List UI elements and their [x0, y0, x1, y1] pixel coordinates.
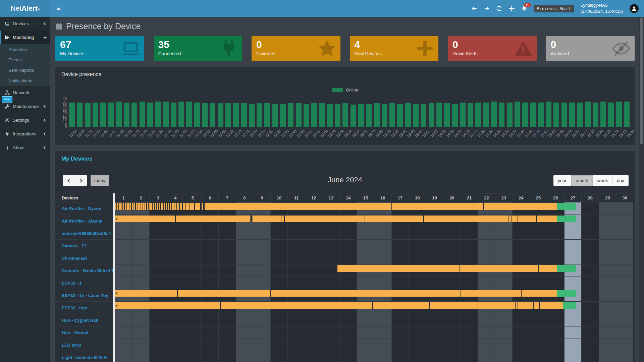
- chart-bar[interactable]: [241, 103, 247, 127]
- chart-bar[interactable]: [178, 102, 184, 127]
- forward-arrow-icon[interactable]: [484, 6, 490, 11]
- sidebar-item-settings[interactable]: Settings: [0, 113, 50, 127]
- chart-bar[interactable]: [163, 102, 169, 127]
- chart-bar[interactable]: [69, 103, 75, 127]
- chart-bar[interactable]: [257, 103, 262, 127]
- card-down-alerts[interactable]: 0Down Alerts: [448, 36, 537, 61]
- device-link-air-purifier-xiaomi[interactable]: Air Purifier - Xiaomi: [55, 215, 115, 227]
- chart-bar[interactable]: [155, 102, 161, 127]
- chart-bar[interactable]: [131, 103, 137, 127]
- chart-bar[interactable]: [218, 103, 223, 127]
- chart-bar[interactable]: [327, 104, 333, 127]
- sidebar-subitem-sent-reports[interactable]: Sent Reports: [0, 65, 50, 75]
- presence-segment-recent[interactable]: [557, 265, 576, 272]
- chart-bar[interactable]: [468, 103, 473, 127]
- chart-bar[interactable]: [397, 104, 403, 127]
- card-connected[interactable]: 35Connected: [154, 36, 243, 61]
- presence-segment-recent[interactable]: [557, 216, 576, 222]
- device-link-hub-cygnet-hub[interactable]: Hub - Cygnet Hub: [55, 314, 115, 326]
- chart-bar[interactable]: [561, 103, 567, 127]
- device-link-chromecast[interactable]: Chromecast: [55, 252, 115, 264]
- chart-bar[interactable]: [186, 102, 192, 127]
- chart-bar[interactable]: [608, 103, 614, 127]
- chart-bar[interactable]: [499, 103, 504, 127]
- chart-bar[interactable]: [311, 103, 317, 127]
- chart-bar[interactable]: [483, 103, 489, 127]
- chart-bar[interactable]: [140, 102, 145, 127]
- chart-bar[interactable]: [553, 103, 559, 127]
- device-link-esp32-1n-laser-toy[interactable]: ESP32 - 1n - Laser Toy: [55, 289, 115, 301]
- chart-bar[interactable]: [249, 104, 255, 127]
- device-link-hub-xiaomi[interactable]: Hub - Xiaomi: [55, 326, 115, 339]
- chart-bar[interactable]: [100, 103, 106, 127]
- device-link-air-purifier-dyson[interactable]: Air Purifier - Dyson: [55, 202, 115, 215]
- chart-bar[interactable]: [444, 103, 450, 127]
- chart-bar[interactable]: [585, 102, 591, 127]
- chart-bar[interactable]: [342, 103, 348, 127]
- chart-bar[interactable]: [389, 103, 395, 127]
- chart-bar[interactable]: [436, 103, 442, 127]
- presence-segment-recent[interactable]: [557, 203, 576, 210]
- sidebar-item-maintenance[interactable]: MaintenanceNEW: [0, 100, 50, 113]
- chart-bar[interactable]: [593, 103, 598, 127]
- chart-bar[interactable]: [85, 103, 91, 127]
- chart-bar[interactable]: [522, 103, 528, 127]
- sidebar-item-monitoring[interactable]: Monitoring: [0, 31, 50, 44]
- chart-bar[interactable]: [210, 103, 215, 127]
- brand-logo[interactable]: NetAlertx: [0, 0, 50, 17]
- sidebar-subitem-notifications[interactable]: Notifications: [0, 75, 50, 86]
- chart-bar[interactable]: [460, 103, 466, 127]
- sidebar-item-about[interactable]: About: [0, 141, 50, 155]
- chart-bar[interactable]: [108, 103, 114, 127]
- presence-segment-online[interactable]: [115, 203, 557, 210]
- sidebar-subitem-events[interactable]: Events: [0, 55, 50, 65]
- chart-bar[interactable]: [116, 102, 122, 127]
- presence-segment-online[interactable]: [337, 265, 557, 272]
- device-link-light-bedside-b-wifi[interactable]: Light - bedside B WiFi: [55, 351, 115, 362]
- device-link-esp32-1[interactable]: ESP32 - 1: [55, 277, 115, 289]
- chart-bar[interactable]: [272, 104, 278, 127]
- chart-bar[interactable]: [280, 104, 286, 127]
- chart-legend[interactable]: Online: [55, 87, 635, 94]
- chart-bar[interactable]: [515, 102, 520, 127]
- device-link-led-strip[interactable]: LED strip: [55, 339, 115, 351]
- view-month-button[interactable]: month: [571, 175, 593, 186]
- sidebar-toggle-icon[interactable]: ≡: [56, 5, 61, 12]
- chart-bar[interactable]: [77, 103, 83, 127]
- view-day-button[interactable]: day: [612, 175, 629, 186]
- chart-bar[interactable]: [624, 102, 630, 127]
- sidebar-item-devices[interactable]: Devices: [0, 17, 50, 31]
- chart-bar[interactable]: [351, 105, 356, 127]
- chart-bar[interactable]: [600, 102, 606, 127]
- chart-bar[interactable]: [366, 104, 372, 127]
- chart-bar[interactable]: [405, 103, 411, 127]
- presence-segment-online[interactable]: [115, 216, 557, 222]
- presence-segment-recent[interactable]: [563, 302, 576, 309]
- chart-bar[interactable]: [335, 104, 340, 127]
- chart-bar[interactable]: [233, 103, 239, 127]
- chart-bar[interactable]: [546, 102, 551, 127]
- chart-bar[interactable]: [304, 104, 309, 127]
- notifications-bell-icon[interactable]: 15: [521, 6, 527, 11]
- chart-bar[interactable]: [530, 103, 536, 127]
- chart-bar[interactable]: [475, 103, 481, 127]
- chart-bar[interactable]: [421, 104, 426, 127]
- chart-bar[interactable]: [507, 103, 513, 127]
- user-avatar[interactable]: [630, 4, 639, 13]
- view-week-button[interactable]: week: [593, 175, 612, 186]
- chart-bar[interactable]: [202, 103, 208, 127]
- chart-bar[interactable]: [264, 103, 270, 127]
- chart-bar[interactable]: [491, 102, 497, 127]
- chart-bar[interactable]: [374, 103, 380, 127]
- chart-bar[interactable]: [429, 103, 434, 127]
- chart-bar[interactable]: [358, 104, 364, 127]
- chart-bar[interactable]: [616, 102, 622, 127]
- refresh-icon[interactable]: [496, 6, 502, 11]
- chart-bar[interactable]: [569, 103, 575, 127]
- card-my-devices[interactable]: 67My Devices: [55, 36, 144, 61]
- column-resize-divider[interactable]: [113, 193, 115, 362]
- page-scrollbar[interactable]: [639, 17, 644, 362]
- chart-bar[interactable]: [413, 104, 419, 127]
- view-year-button[interactable]: year: [553, 175, 571, 186]
- sidebar-item-integrations[interactable]: Integrations: [0, 127, 50, 141]
